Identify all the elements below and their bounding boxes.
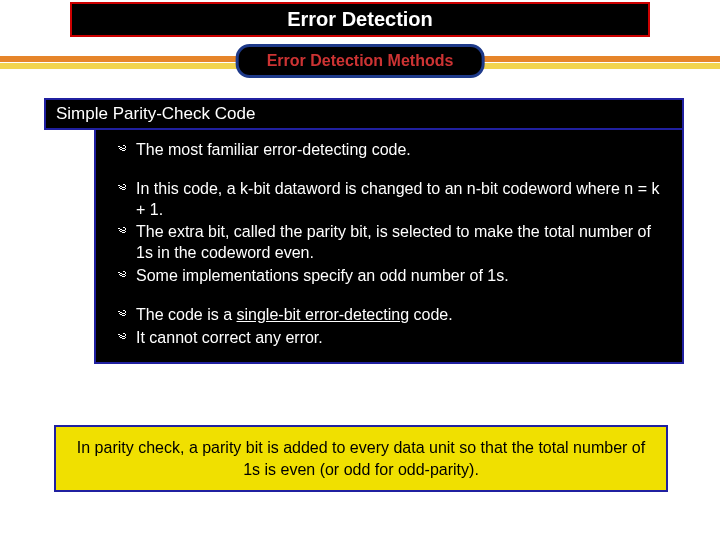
spacer — [108, 163, 670, 179]
bullet-text: Some implementations specify an odd numb… — [136, 266, 670, 287]
bullet-icon: ༄ — [108, 140, 136, 161]
bullet-item: ༄ The extra bit, called the parity bit, … — [108, 222, 670, 264]
bullet-icon: ༄ — [108, 328, 136, 349]
bullet-item: ༄ Some implementations specify an odd nu… — [108, 266, 670, 287]
bullet-text: It cannot correct any error. — [136, 328, 670, 349]
bullet-item: ༄ The code is a single-bit error-detecti… — [108, 305, 670, 326]
bullet-item: ༄ In this code, a k-bit dataword is chan… — [108, 179, 670, 221]
bullet-item: ༄ It cannot correct any error. — [108, 328, 670, 349]
bullet-icon: ༄ — [108, 222, 136, 243]
section-header: Simple Parity-Check Code — [44, 98, 684, 130]
content-box: ༄ The most familiar error-detecting code… — [94, 128, 684, 364]
bullet-text: The code is a single-bit error-detecting… — [136, 305, 670, 326]
bullet-text: The most familiar error-detecting code. — [136, 140, 670, 161]
text-part: code. — [409, 306, 453, 323]
bullet-text: In this code, a k-bit dataword is change… — [136, 179, 670, 221]
slide-title: Error Detection — [70, 2, 650, 37]
slide-subtitle: Error Detection Methods — [236, 44, 485, 78]
text-part: The code is a — [136, 306, 237, 323]
bullet-text: The extra bit, called the parity bit, is… — [136, 222, 670, 264]
bullet-icon: ༄ — [108, 305, 136, 326]
underlined-text: single-bit error-detecting — [237, 306, 410, 323]
bullet-icon: ༄ — [108, 266, 136, 287]
bullet-item: ༄ The most familiar error-detecting code… — [108, 140, 670, 161]
bullet-icon: ༄ — [108, 179, 136, 200]
footer-note: In parity check, a parity bit is added t… — [54, 425, 668, 492]
spacer — [108, 289, 670, 305]
